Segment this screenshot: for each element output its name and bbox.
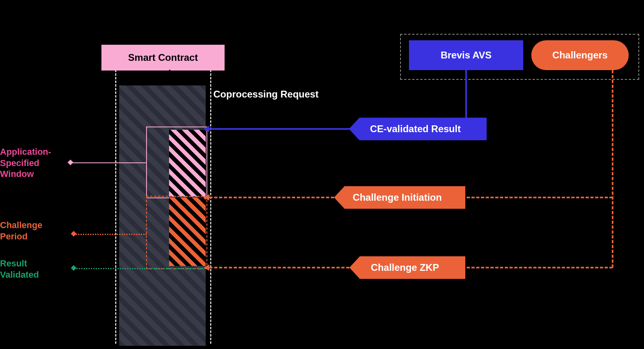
timeline-line xyxy=(210,70,211,344)
coprocessing-label: Coprocessing Request xyxy=(213,89,318,100)
connector-line xyxy=(74,234,147,235)
arrowhead-icon xyxy=(204,264,209,271)
smart-contract-label: Smart Contract xyxy=(128,52,198,63)
ce-validated-label: CE-validated Result xyxy=(370,123,460,135)
challenge-period-label: Challenge Period xyxy=(0,220,72,242)
connector-line xyxy=(209,267,349,268)
challenge-init-tag: Challenge Initiation xyxy=(334,186,465,209)
app-window-label: Application- Specified Window xyxy=(0,146,72,180)
challenge-init-label: Challenge Initiation xyxy=(353,192,442,203)
connector-line xyxy=(612,70,613,268)
smart-contract-box: Smart Contract xyxy=(101,44,225,71)
challengers-box: Challengers xyxy=(531,40,629,70)
challenge-zkp-label: Challenge ZKP xyxy=(371,262,439,273)
connector-line xyxy=(208,128,350,130)
connector-line xyxy=(452,267,613,268)
connector-line xyxy=(70,162,146,163)
brevis-avs-box: Brevis AVS xyxy=(409,40,523,70)
arrowhead-icon xyxy=(204,194,209,201)
ce-validated-tag: CE-validated Result xyxy=(349,118,487,140)
connector-line xyxy=(74,268,206,269)
connector-line xyxy=(169,70,170,85)
challenge-period-outline xyxy=(146,196,207,269)
connector-line xyxy=(209,197,334,198)
timeline-line xyxy=(115,70,116,344)
challengers-label: Challengers xyxy=(552,50,607,61)
arrowhead-icon xyxy=(204,126,209,132)
brevis-avs-label: Brevis AVS xyxy=(441,50,492,61)
result-validated-label: Result Validated xyxy=(0,258,72,280)
connector-line xyxy=(465,70,467,122)
app-window-outline xyxy=(146,127,207,198)
connector-line xyxy=(452,197,613,198)
challenge-zkp-tag: Challenge ZKP xyxy=(349,256,465,279)
